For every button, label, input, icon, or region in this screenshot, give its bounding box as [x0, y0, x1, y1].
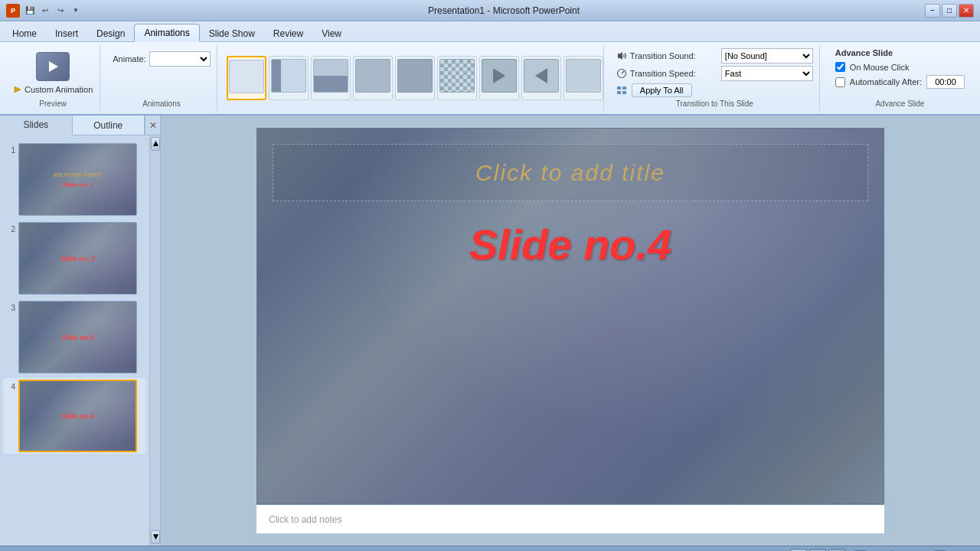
speed-row: Transition Speed: Fast — [616, 66, 813, 81]
preview-group: Custom Animation Preview — [6, 45, 100, 111]
transition-section-label: Transition to This Slide — [616, 99, 813, 108]
advance-section-label: Advance Slide — [835, 99, 965, 108]
close-button[interactable]: ✕ — [959, 4, 974, 18]
preview-button[interactable] — [36, 52, 70, 81]
slide-num-1: 1 — [5, 143, 15, 155]
transition-thumb-1[interactable] — [227, 56, 266, 100]
sound-label: Transition Sound: — [630, 51, 718, 60]
transition-thumbs — [227, 56, 604, 100]
sound-dropdown[interactable]: [No Sound] — [721, 48, 813, 64]
redo-button[interactable]: ↪ — [54, 4, 67, 18]
advance-title: Advance Slide — [835, 48, 965, 57]
maximize-button[interactable]: □ — [942, 4, 957, 18]
apply-all-row: Apply To All — [616, 83, 813, 97]
slide-sorter-btn[interactable]: ⊟ — [809, 549, 826, 552]
tab-insert[interactable]: Insert — [46, 25, 87, 41]
minimize-button[interactable]: − — [925, 4, 940, 18]
window-controls: − □ ✕ — [925, 4, 974, 18]
slide-1-subtitle: Slide no. 1 — [54, 181, 103, 188]
custom-animation-label: Custom Animation — [24, 85, 93, 94]
main-area: Slides Outline ✕ 1 MS POER POINT Slide n… — [0, 116, 980, 546]
slide-2-subtitle: Slide no. 2 — [60, 255, 95, 262]
transition-thumb-6[interactable] — [437, 56, 477, 100]
transition-thumb-7[interactable] — [479, 56, 519, 100]
save-button[interactable]: 💾 — [23, 4, 37, 18]
slide-thumb-1[interactable]: MS POER POINT Slide no. 1 — [18, 143, 137, 216]
tab-slideshow[interactable]: Slide Show — [200, 25, 264, 41]
notes-area[interactable]: Click to add notes — [256, 504, 884, 533]
slide-item-1[interactable]: 1 MS POER POINT Slide no. 1 — [3, 142, 146, 217]
transition-thumb-4[interactable] — [353, 56, 393, 100]
quick-access: 💾 ↩ ↪ ▼ — [23, 4, 83, 18]
slide-3-subtitle: Slide no.3 — [61, 334, 94, 341]
ribbon-content: Custom Animation Preview Animate: Animat… — [0, 41, 980, 114]
slide-panel-body: 1 MS POER POINT Slide no. 1 2 — [0, 135, 160, 546]
transition-settings-group: Transition Sound: [No Sound] Transition … — [610, 45, 820, 111]
transition-thumb-3[interactable] — [311, 56, 351, 100]
slide-main[interactable]: Click to add title Slide no.4 — [256, 128, 884, 504]
apply-to-all-button[interactable]: Apply To All — [632, 83, 692, 97]
ribbon: Home Insert Design Animations Slide Show… — [0, 21, 980, 116]
undo-button[interactable]: ↩ — [38, 4, 52, 18]
slide-4-content: Slide no.4 — [61, 412, 94, 420]
on-mouse-click-row: On Mouse Click — [835, 62, 965, 72]
svg-rect-6 — [622, 86, 626, 90]
tab-review[interactable]: Review — [264, 25, 312, 41]
slide-list: 1 MS POER POINT Slide no. 1 2 — [0, 135, 149, 546]
slide-title-placeholder[interactable]: Click to add title — [273, 144, 868, 201]
normal-view-btn[interactable]: ⊞ — [790, 549, 807, 552]
slide-item-2[interactable]: 2 Slide no. 2 — [3, 220, 146, 296]
transition-thumb-9[interactable] — [564, 56, 603, 100]
title-bar: P 💾 ↩ ↪ ▼ Presentation1 - Microsoft Powe… — [0, 0, 980, 21]
slide-thumb-2[interactable]: Slide no. 2 — [18, 222, 137, 295]
transition-thumb-2[interactable] — [269, 56, 309, 100]
preview-section-label: Preview — [39, 98, 67, 108]
tab-home[interactable]: Home — [3, 25, 46, 41]
auto-advance-checkbox[interactable] — [835, 77, 845, 87]
transition-thumb-5[interactable] — [395, 56, 435, 100]
tab-animations[interactable]: Animations — [134, 24, 199, 42]
tab-view[interactable]: View — [312, 25, 351, 41]
slide-canvas: Click to add title Slide no.4 — [256, 128, 884, 504]
window-title: Presentation1 - Microsoft PowerPoint — [83, 5, 925, 16]
slide-thumb-4[interactable]: Slide no.4 — [18, 380, 137, 452]
app-icon: P — [6, 4, 20, 18]
slide-panel-scrollbar[interactable]: ▲ ▼ — [149, 135, 160, 546]
transition-thumb-preview-1 — [229, 60, 264, 93]
qa-dropdown[interactable]: ▼ — [69, 4, 83, 18]
slide-1-title: MS POER POINT — [54, 171, 103, 178]
svg-rect-8 — [622, 91, 626, 94]
slide-3-content: Slide no.3 — [61, 334, 94, 341]
slideshow-view-btn[interactable]: ▶ — [828, 549, 845, 552]
slide-thumb-3[interactable]: Slide no.3 — [18, 301, 137, 373]
animations-section-label: Animations — [113, 99, 210, 108]
speed-dropdown[interactable]: Fast — [721, 66, 813, 81]
on-mouse-click-checkbox[interactable] — [835, 62, 845, 72]
slide-num-3: 3 — [5, 301, 15, 312]
preview-content: Custom Animation — [11, 48, 95, 98]
tab-design[interactable]: Design — [87, 25, 134, 41]
slide-main-text: Slide no.4 — [469, 220, 672, 269]
animate-dropdown[interactable] — [149, 51, 211, 67]
status-bar: Slide 4 of 4 "Apex" Hindi (India) ⊞ ⊟ ▶ … — [0, 546, 980, 551]
slide-panel-close[interactable]: ✕ — [145, 116, 160, 135]
apply-icon — [616, 85, 627, 96]
scroll-down-btn[interactable]: ▼ — [151, 530, 160, 544]
tab-outline[interactable]: Outline — [73, 116, 145, 135]
auto-advance-row: Automatically After: — [835, 75, 965, 89]
speed-icon — [616, 68, 627, 79]
auto-advance-label: Automatically After: — [850, 77, 922, 86]
transition-thumb-8[interactable] — [521, 56, 561, 100]
scroll-up-btn[interactable]: ▲ — [151, 137, 160, 151]
custom-animation-button[interactable]: Custom Animation — [11, 84, 95, 95]
tab-slides[interactable]: Slides — [0, 116, 73, 135]
slide-num-2: 2 — [5, 222, 15, 233]
slide-item-4[interactable]: 4 Slide no.4 — [3, 378, 146, 454]
auto-advance-input[interactable] — [926, 75, 965, 89]
view-buttons: ⊞ ⊟ ▶ — [790, 549, 845, 552]
title-bar-left: P 💾 ↩ ↪ ▼ — [6, 4, 83, 18]
slide-2-content: Slide no. 2 — [60, 255, 95, 262]
slide-main-text-container: Slide no.4 — [273, 220, 868, 269]
slide-inner: Click to add title Slide no.4 — [273, 144, 868, 488]
slide-item-3[interactable]: 3 Slide no.3 — [3, 299, 146, 375]
